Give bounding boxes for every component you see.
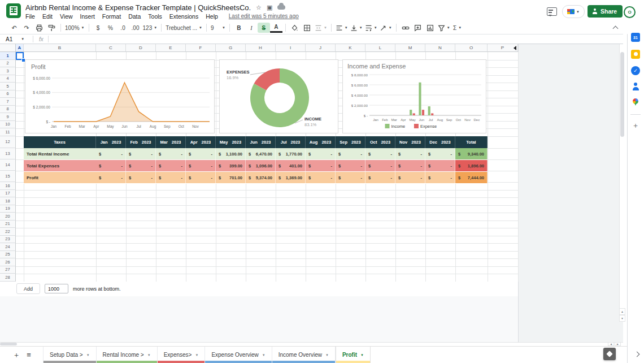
table-cell[interactable]: $1,369.00	[276, 172, 306, 183]
table-cell[interactable]: $9,340.00	[455, 148, 488, 159]
document-title[interactable]: Airbnb Rental Income & Expense Tracker T…	[25, 3, 251, 12]
column-header-M[interactable]: M	[395, 44, 425, 52]
star-icon[interactable]: ☆	[256, 5, 262, 11]
maps-icon[interactable]	[631, 98, 640, 107]
table-cell[interactable]: $-	[395, 148, 425, 159]
row-header-27[interactable]: 27	[0, 266, 16, 274]
table-header-cell[interactable]: May2023	[216, 136, 246, 149]
zoom-select[interactable]: 100%▼	[64, 23, 86, 33]
column-header-O[interactable]: O	[455, 44, 488, 52]
row-header-11[interactable]: 11	[0, 128, 16, 136]
column-header-K[interactable]: K	[336, 44, 365, 52]
collapse-side-panel-button[interactable]	[634, 351, 641, 357]
undo-button[interactable]: ↶	[8, 23, 20, 33]
table-cell[interactable]: $1,896.00	[455, 160, 488, 171]
table-cell[interactable]: $-	[156, 160, 186, 171]
menu-item-extensions[interactable]: Extensions	[169, 13, 198, 20]
income-expense-pie-chart[interactable]: EXPENSES16.9%INCOME83.1%	[219, 59, 338, 133]
spreadsheet-grid[interactable]: ABCDEFGHIJKLMNOP 12345678910111213141516…	[0, 44, 623, 342]
borders-button[interactable]	[301, 23, 314, 33]
row-header-10[interactable]: 10	[0, 121, 16, 129]
table-cell[interactable]: $-	[395, 160, 425, 171]
table-header-cell[interactable]: Jul2023	[276, 136, 306, 149]
row-header-19[interactable]: 19	[0, 205, 16, 213]
table-cell[interactable]: $5,374.00	[246, 172, 276, 183]
tasks-icon[interactable]: ✓	[631, 66, 640, 75]
contacts-icon[interactable]	[631, 82, 640, 91]
add-rows-input[interactable]: 1000	[45, 284, 68, 293]
explore-button[interactable]	[603, 348, 616, 360]
table-cell[interactable]: $-	[156, 172, 186, 183]
add-sheet-button[interactable]: ＋	[10, 347, 23, 363]
row-header-4[interactable]: 4	[0, 75, 16, 83]
tab-dropdown-icon[interactable]: ▼	[195, 353, 198, 357]
table-header-cell[interactable]: Feb2023	[126, 136, 156, 149]
row-header-5[interactable]: 5	[0, 83, 16, 90]
text-color-button[interactable]: A	[270, 23, 282, 33]
row-header-21[interactable]: 21	[0, 221, 16, 228]
calendar-icon[interactable]: 31	[631, 33, 640, 42]
fill-color-button[interactable]	[289, 23, 301, 33]
menu-item-insert[interactable]: Insert	[80, 13, 95, 20]
column-header-D[interactable]: D	[126, 44, 156, 52]
table-cell[interactable]: $-	[186, 160, 216, 171]
row-header-2[interactable]: 2	[0, 60, 16, 68]
text-rotation-button[interactable]: ▼	[378, 23, 393, 33]
table-cell[interactable]: $399.00	[216, 160, 246, 171]
font-size-select[interactable]: 9▼	[210, 23, 227, 33]
table-header-cell[interactable]: Jun2023	[246, 136, 276, 149]
table-row-label[interactable]: Total Expenses	[24, 160, 96, 171]
menu-item-file[interactable]: File	[25, 13, 35, 20]
name-box[interactable]: A1▼	[0, 34, 33, 44]
last-edit-link[interactable]: Last edit was 5 minutes ago	[229, 13, 299, 19]
column-header-B[interactable]: B	[24, 44, 96, 52]
table-header-cell[interactable]: Sep2023	[336, 136, 365, 149]
tab-dropdown-icon[interactable]: ▼	[86, 353, 90, 357]
bold-button[interactable]: B	[233, 23, 245, 33]
row-header-8[interactable]: 8	[0, 106, 16, 114]
text-wrap-button[interactable]: ▼	[364, 23, 378, 33]
insert-link-button[interactable]	[399, 23, 412, 33]
format-currency-button[interactable]: $	[92, 23, 105, 33]
get-addons-button[interactable]: ＋	[631, 121, 640, 130]
row-header-18[interactable]: 18	[0, 197, 16, 205]
table-header-cell[interactable]: Mar2023	[156, 136, 186, 149]
table-cell[interactable]: $-	[425, 172, 455, 183]
sheet-tab-expenses[interactable]: Expenses>▼	[158, 347, 206, 363]
menu-item-help[interactable]: Help	[206, 13, 218, 20]
table-cell[interactable]: $1,770.00	[276, 148, 306, 159]
table-cell[interactable]: $-	[96, 172, 126, 183]
strikethrough-button[interactable]: S	[258, 23, 270, 33]
vertical-scrollbar-thumb[interactable]	[620, 52, 624, 137]
table-cell[interactable]: $-	[96, 148, 126, 159]
print-button[interactable]	[33, 23, 45, 33]
more-formats-button[interactable]: 123▼	[142, 23, 159, 33]
table-cell[interactable]: $-	[306, 148, 336, 159]
merge-cells-button[interactable]: ▼	[314, 23, 328, 33]
table-cell[interactable]: $6,470.00	[246, 148, 276, 159]
table-cell[interactable]: $-	[336, 172, 365, 183]
menu-item-edit[interactable]: Edit	[42, 13, 53, 20]
insert-comment-button[interactable]	[412, 23, 424, 33]
table-cell[interactable]: $-	[306, 172, 336, 183]
menu-item-view[interactable]: View	[60, 13, 73, 20]
hide-toolbar-button[interactable]	[611, 24, 619, 32]
decrease-decimal-button[interactable]: .0	[117, 23, 129, 33]
redo-button[interactable]: ↷	[20, 23, 33, 33]
horizontal-scrollbar[interactable]	[0, 342, 623, 346]
column-header-H[interactable]: H	[246, 44, 276, 52]
row-header-17[interactable]: 17	[0, 190, 16, 198]
table-cell[interactable]: $-	[96, 160, 126, 171]
insert-chart-button[interactable]	[424, 23, 437, 33]
row-header-13[interactable]: 13	[0, 148, 16, 159]
row-header-3[interactable]: 3	[0, 67, 16, 75]
column-header-G[interactable]: G	[216, 44, 246, 52]
row-header-28[interactable]: 28	[0, 274, 16, 282]
table-header-cell[interactable]: Dec2023	[425, 136, 455, 149]
create-filter-button[interactable]: ▼	[437, 23, 451, 33]
table-cell[interactable]: $-	[126, 172, 156, 183]
table-cell[interactable]: $-	[156, 148, 186, 159]
tab-dropdown-icon[interactable]: ▼	[147, 353, 151, 357]
tab-dropdown-icon[interactable]: ▼	[360, 353, 364, 357]
menu-item-data[interactable]: Data	[128, 13, 141, 20]
